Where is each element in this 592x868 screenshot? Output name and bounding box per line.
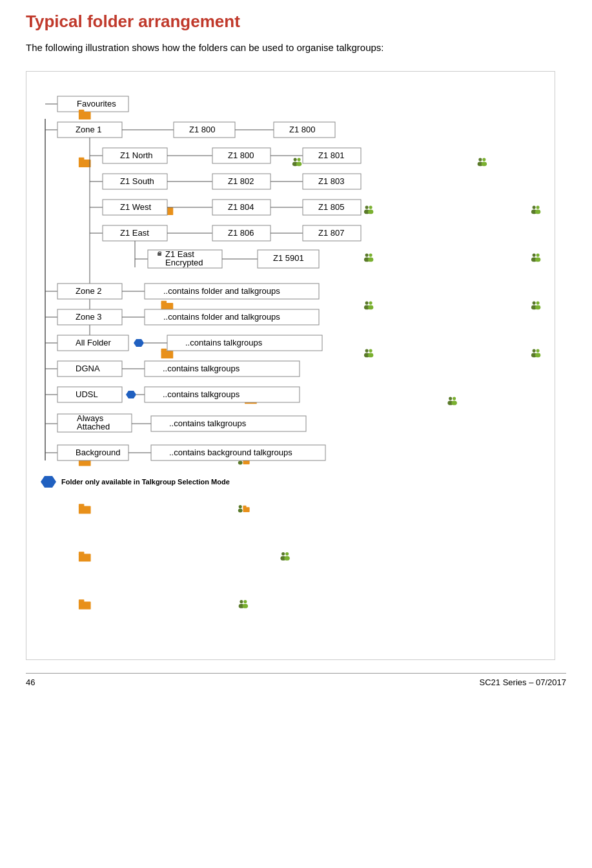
svg-text:Background: Background xyxy=(76,448,120,457)
svg-text:Z1 805: Z1 805 xyxy=(318,202,344,212)
svg-text:..contains talkgroups: ..contains talkgroups xyxy=(163,364,240,373)
svg-text:..contains talkgroups: ..contains talkgroups xyxy=(169,418,247,428)
svg-point-8 xyxy=(39,85,43,88)
svg-text:..contains talkgroups: ..contains talkgroups xyxy=(163,389,240,399)
svg-text:Z1 5901: Z1 5901 xyxy=(273,253,304,263)
svg-marker-85 xyxy=(134,339,144,347)
svg-text:DGNA: DGNA xyxy=(76,364,100,373)
page: Typical folder arrangement The following… xyxy=(0,0,592,713)
diagram-container: Favourites Zone 1 Z1 800 Z1 800 Z1 Nort xyxy=(26,71,555,660)
svg-rect-116 xyxy=(38,460,52,645)
intro-text: The following illustration shows how the… xyxy=(26,41,566,56)
svg-text:Z1 800: Z1 800 xyxy=(289,125,315,134)
svg-text:Z1 800: Z1 800 xyxy=(189,125,215,134)
svg-text:Z1 South: Z1 South xyxy=(120,176,154,186)
svg-marker-98 xyxy=(126,391,136,398)
svg-text:Z1 802: Z1 802 xyxy=(228,176,254,186)
svg-text:All Folder: All Folder xyxy=(76,338,112,347)
svg-rect-3 xyxy=(38,83,45,87)
svg-rect-2 xyxy=(38,86,52,95)
page-title: Typical folder arrangement xyxy=(26,12,566,32)
svg-text:Z1 807: Z1 807 xyxy=(318,228,344,238)
svg-text:Z1 803: Z1 803 xyxy=(318,176,344,186)
svg-text:Z1 800: Z1 800 xyxy=(228,150,254,160)
svg-rect-1 xyxy=(38,83,45,87)
svg-text:Z1 806: Z1 806 xyxy=(228,228,254,238)
svg-point-4 xyxy=(41,84,45,88)
svg-text:Z1 804: Z1 804 xyxy=(228,202,254,212)
svg-text:..contains folder and talkgrou: ..contains folder and talkgroups xyxy=(163,312,280,322)
svg-point-6 xyxy=(45,84,49,88)
svg-point-9 xyxy=(39,88,44,93)
svg-text:..contains background talkgrou: ..contains background talkgroups xyxy=(169,448,292,457)
svg-text:Zone 1: Zone 1 xyxy=(76,125,101,134)
svg-text:..contains talkgroups: ..contains talkgroups xyxy=(185,338,263,347)
svg-point-7 xyxy=(44,88,50,94)
svg-text:Zone 2: Zone 2 xyxy=(76,286,101,296)
svg-text:Zone 3: Zone 3 xyxy=(76,312,101,322)
svg-text:Z1 West: Z1 West xyxy=(120,202,152,212)
svg-rect-11 xyxy=(45,85,48,88)
svg-text:Encrypted: Encrypted xyxy=(165,258,203,267)
svg-text:..contains folder and talkgrou: ..contains folder and talkgroups xyxy=(163,286,280,296)
svg-rect-10 xyxy=(45,87,52,93)
svg-rect-64 xyxy=(158,253,161,256)
tree-diagram: Favourites Zone 1 Z1 800 Z1 800 Z1 Nort xyxy=(38,83,548,645)
svg-text:UDSL: UDSL xyxy=(76,389,98,399)
favourites-label: Favourites xyxy=(77,99,116,108)
svg-text:Z1 East: Z1 East xyxy=(120,228,149,238)
page-number: 46 xyxy=(26,677,35,687)
svg-text:Attached: Attached xyxy=(77,422,110,431)
svg-text:Z1 801: Z1 801 xyxy=(318,150,344,160)
note-text: Folder only available in Talkgroup Selec… xyxy=(61,478,230,486)
svg-text:Z1 North: Z1 North xyxy=(120,150,153,160)
svg-point-5 xyxy=(39,88,46,94)
svg-rect-0 xyxy=(38,86,52,95)
footer-right: SC21 Series – 07/2017 xyxy=(480,677,566,687)
footer: 46 SC21 Series – 07/2017 xyxy=(26,673,566,687)
